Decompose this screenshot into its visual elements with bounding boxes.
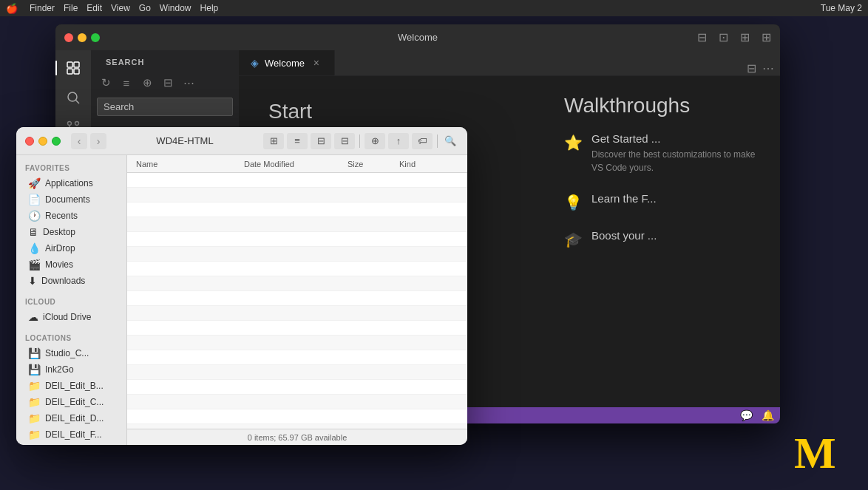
sidebar-item-movies[interactable]: 🎬 Movies: [19, 256, 123, 273]
walkthrough-get-started-text: Get Started ... Discover the best custom…: [591, 132, 759, 174]
finder-file-row[interactable]: [127, 217, 467, 232]
tab-welcome-label: Welcome: [265, 58, 305, 69]
col-header-date[interactable]: Date Modified: [244, 160, 347, 169]
finder-minimize-button[interactable]: [38, 137, 47, 146]
menubar-go[interactable]: Go: [139, 3, 151, 13]
sidebar-item-desktop[interactable]: 🖥 Desktop: [19, 224, 123, 240]
view-list-button[interactable]: ≡: [287, 133, 308, 149]
desktop-icon: 🖥: [28, 226, 38, 238]
finder-file-row[interactable]: [127, 306, 467, 321]
menubar-view[interactable]: View: [111, 3, 130, 13]
ink2go-icon: 💾: [28, 364, 41, 375]
sidebar-header: SEARCH: [91, 50, 239, 71]
finder-file-row[interactable]: [127, 203, 467, 217]
walkthrough-get-started[interactable]: ⭐ Get Started ... Discover the best cust…: [564, 132, 759, 174]
panel-toggle-icon[interactable]: ⊡: [719, 30, 728, 44]
layout-icon[interactable]: ⊞: [740, 30, 750, 44]
finder-status-bar: 0 items; 65.97 GB available: [127, 429, 467, 445]
finder-file-row[interactable]: [127, 395, 467, 409]
finder-file-row[interactable]: [127, 336, 467, 350]
finder-file-row[interactable]: [127, 291, 467, 306]
svg-point-6: [68, 122, 72, 126]
menubar-file[interactable]: File: [64, 3, 78, 13]
new-file-button[interactable]: ⊕: [138, 74, 156, 92]
tab-close-button[interactable]: ×: [311, 57, 322, 69]
finder-file-row[interactable]: [127, 247, 467, 262]
recents-icon: 🕐: [28, 210, 41, 222]
menubar-window[interactable]: Window: [160, 3, 191, 13]
get-started-title: Get Started ...: [591, 132, 759, 145]
chat-icon[interactable]: 💬: [740, 409, 753, 421]
sidebar-item-deil-studio[interactable]: 📁 DEIL_Studio...: [19, 443, 123, 445]
column-headers: Name Date Modified Size Kind: [127, 155, 467, 173]
sidebar-item-airdrop[interactable]: 💧 AirDrop: [19, 240, 123, 256]
col-header-kind[interactable]: Kind: [399, 160, 458, 169]
desktop-label: Desktop: [43, 227, 75, 237]
finder-body: Favorites 🚀 Applications 📄 Documents 🕐 R…: [16, 155, 467, 445]
window-title: Welcome: [398, 32, 438, 43]
col-header-name[interactable]: Name: [136, 160, 244, 169]
walkthrough-learn-text: Learn the F...: [591, 192, 657, 208]
bell-icon[interactable]: 🔔: [762, 409, 774, 421]
menubar-right: Tue May 2: [821, 3, 862, 13]
more-actions-button[interactable]: ⋯: [180, 74, 197, 92]
collapse-button[interactable]: ⊟: [159, 74, 177, 92]
finder-titlebar: ‹ › WD4E-HTML ⊞ ≡ ⊟ ⊟ ⊕ ↑ 🏷 🔍: [16, 127, 467, 155]
action-button[interactable]: ⊕: [365, 133, 385, 149]
sidebar-item-deil-f[interactable]: 📁 DEIL_Edit_F...: [19, 426, 123, 443]
finder-file-row[interactable]: [127, 262, 467, 276]
col-header-size[interactable]: Size: [347, 160, 399, 169]
finder-file-row[interactable]: [127, 188, 467, 203]
view-gallery-button[interactable]: ⊟: [334, 133, 355, 149]
close-button[interactable]: [64, 33, 73, 42]
sidebar-item-downloads[interactable]: ⬇ Downloads: [19, 273, 123, 289]
tab-welcome[interactable]: ◈ Welcome ×: [239, 50, 335, 75]
customize-layout-icon[interactable]: ⊞: [762, 30, 771, 44]
more-tabs-icon[interactable]: ⋯: [762, 61, 774, 75]
activity-search[interactable]: [60, 84, 87, 111]
activity-explorer[interactable]: [60, 55, 87, 81]
finder-files: [127, 173, 467, 429]
walkthroughs-title: Walkthroughs: [564, 94, 759, 118]
search-input-display[interactable]: Search: [97, 98, 233, 116]
share-button[interactable]: ↑: [388, 133, 409, 149]
finder-maximize-button[interactable]: [52, 137, 61, 146]
finder-close-button[interactable]: [25, 137, 34, 146]
menubar-edit[interactable]: Edit: [87, 3, 102, 13]
menubar-help[interactable]: Help: [200, 3, 219, 13]
sidebar-item-documents[interactable]: 📄 Documents: [19, 191, 123, 208]
sidebar-item-recents[interactable]: 🕐 Recents: [19, 208, 123, 224]
maximize-button[interactable]: [91, 33, 100, 42]
sidebar-toggle-icon[interactable]: ⊟: [697, 30, 707, 44]
finder-file-row[interactable]: [127, 232, 467, 247]
view-columns-button[interactable]: ⊟: [311, 133, 331, 149]
finder-file-row[interactable]: [127, 365, 467, 380]
sidebar-item-icloud-drive[interactable]: ☁ iCloud Drive: [19, 309, 123, 325]
finder-search-button[interactable]: 🔍: [442, 133, 458, 149]
sidebar-item-deil-b[interactable]: 📁 DEIL_Edit_B...: [19, 378, 123, 394]
finder-file-row[interactable]: [127, 276, 467, 291]
finder-file-row[interactable]: [127, 380, 467, 395]
sidebar-item-ink2go[interactable]: 💾 Ink2Go: [19, 361, 123, 378]
view-icons-button[interactable]: ⊞: [263, 133, 284, 149]
tag-button[interactable]: 🏷: [412, 133, 433, 149]
refresh-button[interactable]: ↻: [97, 74, 115, 92]
titlebar-icons: ⊟ ⊡ ⊞ ⊞: [697, 30, 771, 44]
finder-file-row[interactable]: [127, 173, 467, 188]
finder-file-row[interactable]: [127, 350, 467, 365]
finder-back-button[interactable]: ‹: [71, 133, 87, 149]
split-editor-icon[interactable]: ⊟: [747, 61, 756, 75]
finder-file-row[interactable]: [127, 321, 467, 336]
sidebar-item-studio[interactable]: 💾 Studio_C...: [19, 345, 123, 361]
clear-button[interactable]: ≡: [118, 74, 135, 92]
apple-menu[interactable]: 🍎: [6, 3, 18, 14]
sidebar-item-deil-c[interactable]: 📁 DEIL_Edit_C...: [19, 394, 123, 410]
sidebar-item-deil-d[interactable]: 📁 DEIL_Edit_D...: [19, 410, 123, 426]
menubar-finder[interactable]: Finder: [30, 3, 55, 13]
minimize-button[interactable]: [78, 33, 87, 42]
walkthrough-learn[interactable]: 💡 Learn the F...: [564, 192, 759, 211]
finder-forward-button[interactable]: ›: [90, 133, 106, 149]
finder-file-row[interactable]: [127, 409, 467, 424]
walkthrough-boost[interactable]: 🎓 Boost your ...: [564, 229, 759, 248]
sidebar-item-applications[interactable]: 🚀 Applications: [19, 175, 123, 191]
